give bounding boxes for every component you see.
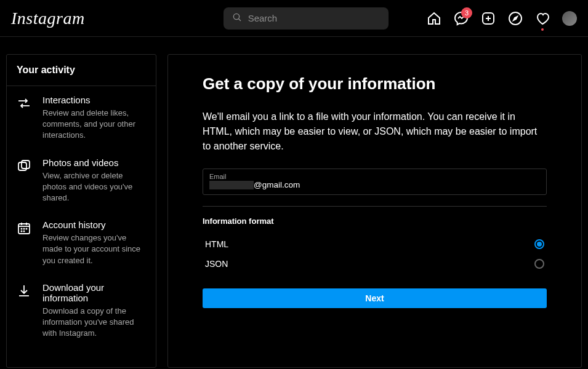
email-value: @gmail.com [254,180,300,189]
sidebar-item-label: Download your information [42,282,147,303]
activity-dot [541,28,544,31]
radio-icon [534,259,544,269]
sidebar-item-desc: Review and delete likes, comments, and y… [42,108,147,141]
sidebar-item-desc: Review changes you've made to your accou… [42,232,147,266]
sidebar-item-desc: View, archive or delete photos and video… [42,170,147,204]
sidebar-item-download-info[interactable]: Download your information Download a cop… [7,274,156,347]
photos-videos-icon [15,157,33,204]
search-input[interactable] [248,13,380,23]
format-option-label: JSON [205,259,228,269]
new-post-icon[interactable] [481,11,496,26]
search-box[interactable] [224,7,389,30]
format-option-html[interactable]: HTML [203,234,547,254]
sidebar-item-label: Interactions [42,95,147,105]
page-title: Get a copy of your information [203,74,547,93]
radio-icon [534,239,544,249]
sidebar-item-account-history[interactable]: Account history Review changes you've ma… [7,211,156,274]
svg-point-15 [26,229,26,229]
svg-marker-6 [513,17,517,20]
email-redacted [209,181,254,189]
svg-point-16 [21,231,22,232]
instagram-logo[interactable]: Instagram [11,9,85,28]
messenger-badge: 3 [461,7,472,18]
svg-point-13 [21,229,22,229]
activity-heart-icon[interactable] [535,11,550,26]
sidebar-item-photos-videos[interactable]: Photos and videos View, archive or delet… [7,149,156,212]
sidebar-item-label: Photos and videos [42,157,147,168]
svg-line-1 [238,18,240,20]
home-icon[interactable] [427,11,441,26]
sidebar-item-desc: Download a copy of the information you'v… [42,306,147,339]
download-icon [15,282,33,339]
svg-rect-7 [18,162,26,170]
format-title: Information format [203,216,547,226]
email-field[interactable]: Email @gmail.com [203,169,547,195]
format-option-label: HTML [205,239,228,249]
format-option-json[interactable]: JSON [203,254,547,274]
svg-point-17 [23,231,24,232]
messenger-icon[interactable]: 3 [454,11,469,26]
email-label: Email [209,173,540,180]
next-button[interactable]: Next [203,288,547,308]
svg-point-0 [233,14,239,19]
interactions-icon [15,95,33,141]
explore-icon[interactable] [508,11,523,26]
calendar-icon [15,220,33,266]
search-icon [232,12,242,25]
sidebar-item-label: Account history [42,220,147,230]
svg-rect-8 [22,161,30,169]
sidebar: Your activity Interactions Review and de… [6,54,156,368]
svg-point-14 [23,229,24,229]
sidebar-item-interactions[interactable]: Interactions Review and delete likes, co… [7,86,156,149]
top-nav: Instagram 3 [0,0,588,37]
divider [203,206,547,207]
avatar[interactable] [562,11,577,26]
sidebar-title: Your activity [7,55,156,86]
page-description: We'll email you a link to a file with yo… [203,109,547,154]
main-panel: Get a copy of your information We'll ema… [167,54,582,368]
nav-icons: 3 [427,11,577,26]
